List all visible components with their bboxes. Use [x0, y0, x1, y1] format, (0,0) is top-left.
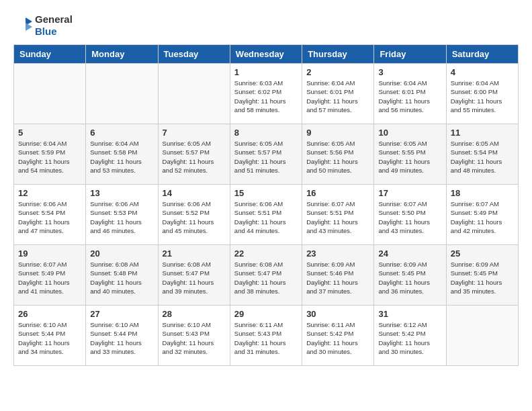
- weekday-header: Monday: [86, 45, 158, 64]
- day-number: 21: [163, 248, 226, 259]
- calendar-day-cell: 9Sunrise: 6:05 AMSunset: 5:56 PMDaylight…: [302, 124, 374, 185]
- day-info: Sunrise: 6:04 AMSunset: 6:01 PMDaylight:…: [306, 79, 369, 114]
- day-number: 9: [306, 128, 369, 138]
- calendar-day-cell: 21Sunrise: 6:08 AMSunset: 5:47 PMDayligh…: [158, 245, 230, 306]
- calendar-day-cell: 7Sunrise: 6:05 AMSunset: 5:57 PMDaylight…: [158, 124, 230, 185]
- calendar-day-cell: 30Sunrise: 6:11 AMSunset: 5:42 PMDayligh…: [302, 306, 374, 366]
- day-number: 6: [90, 128, 153, 138]
- svg-marker-1: [26, 23, 32, 31]
- calendar-day-cell: 10Sunrise: 6:05 AMSunset: 5:55 PMDayligh…: [374, 124, 446, 185]
- calendar-day-cell: [158, 64, 230, 124]
- day-number: 16: [306, 188, 369, 198]
- calendar-day-cell: [86, 64, 158, 124]
- day-number: 2: [306, 67, 369, 77]
- day-number: 13: [90, 188, 153, 198]
- calendar-day-cell: [14, 64, 86, 124]
- day-info: Sunrise: 6:06 AMSunset: 5:53 PMDaylight:…: [90, 199, 153, 235]
- day-number: 4: [451, 67, 514, 77]
- calendar-header-row: SundayMondayTuesdayWednesdayThursdayFrid…: [14, 45, 519, 64]
- weekday-header: Saturday: [446, 45, 518, 64]
- day-number: 8: [234, 128, 298, 138]
- calendar-day-cell: 16Sunrise: 6:07 AMSunset: 5:51 PMDayligh…: [302, 185, 374, 245]
- day-info: Sunrise: 6:07 AMSunset: 5:49 PMDaylight:…: [451, 199, 514, 235]
- day-number: 15: [234, 188, 298, 198]
- calendar-day-cell: 15Sunrise: 6:06 AMSunset: 5:51 PMDayligh…: [230, 185, 302, 245]
- day-info: Sunrise: 6:09 AMSunset: 5:45 PMDaylight:…: [451, 260, 514, 295]
- weekday-header: Sunday: [14, 45, 86, 64]
- calendar-day-cell: 6Sunrise: 6:04 AMSunset: 5:58 PMDaylight…: [86, 124, 158, 185]
- day-info: Sunrise: 6:11 AMSunset: 5:43 PMDaylight:…: [234, 320, 298, 356]
- day-info: Sunrise: 6:11 AMSunset: 5:42 PMDaylight:…: [306, 320, 369, 356]
- day-info: Sunrise: 6:08 AMSunset: 5:47 PMDaylight:…: [234, 260, 298, 295]
- day-number: 10: [378, 128, 441, 138]
- day-info: Sunrise: 6:08 AMSunset: 5:48 PMDaylight:…: [90, 260, 153, 295]
- day-number: 3: [378, 67, 441, 77]
- day-info: Sunrise: 6:05 AMSunset: 5:57 PMDaylight:…: [163, 139, 226, 175]
- calendar-day-cell: 2Sunrise: 6:04 AMSunset: 6:01 PMDaylight…: [302, 64, 374, 124]
- day-number: 7: [163, 128, 226, 138]
- day-number: 12: [18, 188, 81, 198]
- day-number: 14: [163, 188, 226, 198]
- calendar-day-cell: 28Sunrise: 6:10 AMSunset: 5:43 PMDayligh…: [158, 306, 230, 366]
- calendar-week-row: 1Sunrise: 6:03 AMSunset: 6:02 PMDaylight…: [14, 64, 519, 124]
- calendar-week-row: 26Sunrise: 6:10 AMSunset: 5:44 PMDayligh…: [14, 306, 519, 366]
- day-number: 25: [451, 248, 514, 259]
- calendar-day-cell: 20Sunrise: 6:08 AMSunset: 5:48 PMDayligh…: [86, 245, 158, 306]
- day-number: 19: [18, 248, 81, 259]
- logo-text: General Blue: [35, 13, 73, 38]
- calendar-day-cell: 19Sunrise: 6:07 AMSunset: 5:49 PMDayligh…: [14, 245, 86, 306]
- day-info: Sunrise: 6:05 AMSunset: 5:54 PMDaylight:…: [451, 139, 514, 175]
- day-info: Sunrise: 6:05 AMSunset: 5:57 PMDaylight:…: [234, 139, 298, 175]
- logo-graphic: General Blue: [13, 13, 73, 38]
- day-number: 30: [306, 309, 369, 319]
- calendar-day-cell: 31Sunrise: 6:12 AMSunset: 5:42 PMDayligh…: [374, 306, 446, 366]
- day-info: Sunrise: 6:07 AMSunset: 5:50 PMDaylight:…: [378, 199, 441, 235]
- weekday-header: Tuesday: [158, 45, 230, 64]
- day-number: 5: [18, 128, 81, 138]
- day-number: 31: [378, 309, 441, 319]
- day-number: 23: [306, 248, 369, 259]
- calendar-day-cell: 18Sunrise: 6:07 AMSunset: 5:49 PMDayligh…: [446, 185, 518, 245]
- calendar-week-row: 12Sunrise: 6:06 AMSunset: 5:54 PMDayligh…: [14, 185, 519, 245]
- calendar-day-cell: 17Sunrise: 6:07 AMSunset: 5:50 PMDayligh…: [374, 185, 446, 245]
- day-number: 17: [378, 188, 441, 198]
- day-info: Sunrise: 6:04 AMSunset: 6:01 PMDaylight:…: [378, 79, 441, 114]
- day-info: Sunrise: 6:06 AMSunset: 5:54 PMDaylight:…: [18, 199, 81, 235]
- day-number: 1: [234, 67, 298, 77]
- day-info: Sunrise: 6:10 AMSunset: 5:43 PMDaylight:…: [163, 320, 226, 356]
- day-info: Sunrise: 6:12 AMSunset: 5:42 PMDaylight:…: [378, 320, 441, 356]
- calendar-day-cell: 5Sunrise: 6:04 AMSunset: 5:59 PMDaylight…: [14, 124, 86, 185]
- day-info: Sunrise: 6:06 AMSunset: 5:52 PMDaylight:…: [163, 199, 226, 235]
- calendar-day-cell: 13Sunrise: 6:06 AMSunset: 5:53 PMDayligh…: [86, 185, 158, 245]
- day-info: Sunrise: 6:04 AMSunset: 6:00 PMDaylight:…: [451, 79, 514, 114]
- calendar-day-cell: [446, 306, 518, 366]
- weekday-header: Friday: [374, 45, 446, 64]
- logo: General Blue: [13, 13, 73, 38]
- page-header: General Blue: [13, 13, 519, 38]
- calendar-day-cell: 25Sunrise: 6:09 AMSunset: 5:45 PMDayligh…: [446, 245, 518, 306]
- logo-bird-icon: [13, 13, 34, 38]
- calendar-day-cell: 23Sunrise: 6:09 AMSunset: 5:46 PMDayligh…: [302, 245, 374, 306]
- calendar-day-cell: 8Sunrise: 6:05 AMSunset: 5:57 PMDaylight…: [230, 124, 302, 185]
- day-info: Sunrise: 6:04 AMSunset: 5:58 PMDaylight:…: [90, 139, 153, 175]
- calendar-day-cell: 22Sunrise: 6:08 AMSunset: 5:47 PMDayligh…: [230, 245, 302, 306]
- calendar-day-cell: 1Sunrise: 6:03 AMSunset: 6:02 PMDaylight…: [230, 64, 302, 124]
- day-info: Sunrise: 6:05 AMSunset: 5:56 PMDaylight:…: [306, 139, 369, 175]
- day-info: Sunrise: 6:07 AMSunset: 5:49 PMDaylight:…: [18, 260, 81, 295]
- day-number: 22: [234, 248, 298, 259]
- calendar-day-cell: 24Sunrise: 6:09 AMSunset: 5:45 PMDayligh…: [374, 245, 446, 306]
- day-number: 18: [451, 188, 514, 198]
- day-number: 26: [18, 309, 81, 319]
- day-info: Sunrise: 6:10 AMSunset: 5:44 PMDaylight:…: [18, 320, 81, 356]
- day-number: 11: [451, 128, 514, 138]
- calendar-day-cell: 4Sunrise: 6:04 AMSunset: 6:00 PMDaylight…: [446, 64, 518, 124]
- weekday-header: Wednesday: [230, 45, 302, 64]
- calendar-day-cell: 27Sunrise: 6:10 AMSunset: 5:44 PMDayligh…: [86, 306, 158, 366]
- day-number: 20: [90, 248, 153, 259]
- calendar-day-cell: 14Sunrise: 6:06 AMSunset: 5:52 PMDayligh…: [158, 185, 230, 245]
- day-number: 28: [163, 309, 226, 319]
- weekday-header: Thursday: [302, 45, 374, 64]
- day-info: Sunrise: 6:04 AMSunset: 5:59 PMDaylight:…: [18, 139, 81, 175]
- day-info: Sunrise: 6:10 AMSunset: 5:44 PMDaylight:…: [90, 320, 153, 356]
- calendar-day-cell: 26Sunrise: 6:10 AMSunset: 5:44 PMDayligh…: [14, 306, 86, 366]
